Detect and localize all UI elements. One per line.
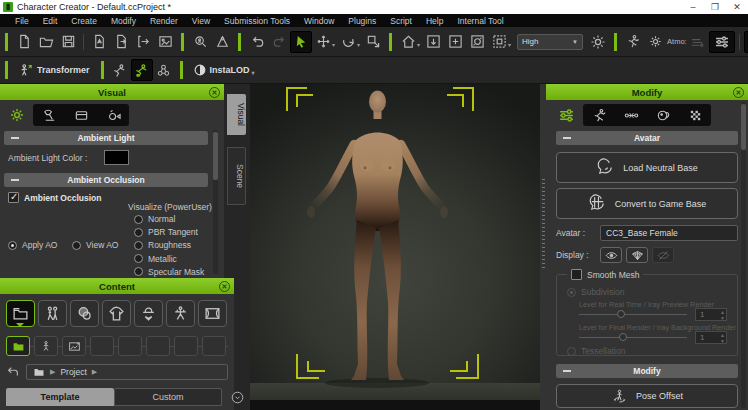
menu-script[interactable]: Script (383, 16, 419, 26)
menu-help[interactable]: Help (419, 16, 450, 26)
orbit-view-button[interactable] (466, 31, 488, 53)
texture-tab[interactable] (683, 104, 707, 126)
transformer-button[interactable]: Transformer (13, 63, 96, 77)
quality-dropdown[interactable]: High ▼ (517, 34, 583, 50)
select-tool-button[interactable] (290, 31, 312, 53)
light-tab[interactable] (37, 104, 61, 126)
visualize-radio-pbr-tangent[interactable] (134, 228, 143, 237)
show-mesh-button[interactable] (626, 247, 648, 263)
modify-panel-scrollbar[interactable] (741, 102, 746, 408)
lod-nodes-button[interactable] (153, 59, 175, 81)
maximize-button[interactable]: ❐ (704, 2, 726, 12)
frame-selection-button[interactable] (488, 31, 510, 53)
menu-window[interactable]: Window (297, 16, 341, 26)
visual-panel-close-icon[interactable]: ✕ (209, 87, 220, 98)
visualize-radio-specular-mask[interactable] (134, 267, 143, 276)
visualize-radio-roughness[interactable] (134, 241, 143, 250)
ambient-occlusion-checkbox[interactable] (8, 192, 19, 203)
load-neutral-base-button[interactable]: Load Neutral Base (556, 152, 738, 183)
content-category-cloth[interactable] (102, 300, 131, 327)
slot-empty[interactable] (202, 336, 226, 356)
pose-offset-button[interactable]: Pose Offset (556, 384, 738, 408)
render-image-button[interactable] (154, 31, 176, 53)
modify-section-header[interactable]: Modify (556, 364, 738, 378)
center-view-button[interactable] (444, 31, 466, 53)
slot-actor-pin[interactable] (34, 336, 58, 356)
camera-tab[interactable] (101, 104, 125, 126)
redo-button[interactable] (268, 31, 290, 53)
slot-empty[interactable] (146, 336, 170, 356)
avatar-name-input[interactable] (600, 225, 738, 241)
viewport-3d[interactable] (250, 84, 540, 410)
menu-modify[interactable]: Modify (104, 16, 143, 26)
antenna-button[interactable] (744, 31, 748, 53)
content-category-project[interactable] (6, 300, 35, 327)
instalod-button[interactable]: InstaLOD ▾ (188, 64, 263, 76)
calibrate-pose-button[interactable] (211, 31, 233, 53)
shadow-tab[interactable] (69, 104, 93, 126)
content-panel-close-icon[interactable]: ✕ (219, 281, 230, 292)
apply-ao-radio[interactable] (8, 241, 17, 250)
menu-internal-tool[interactable]: Internal Tool (450, 16, 510, 26)
close-button[interactable]: ✕ (726, 2, 748, 12)
new-project-button[interactable] (13, 31, 35, 53)
content-category-prop[interactable] (166, 300, 195, 327)
modify-panel-close-icon[interactable]: ✕ (733, 87, 744, 98)
undo-button[interactable] (246, 31, 268, 53)
open-project-button[interactable] (35, 31, 57, 53)
visualize-radio-normal[interactable] (134, 215, 143, 224)
menu-plugins[interactable]: Plugins (341, 16, 383, 26)
menu-submission-tools[interactable]: Submission Tools (217, 16, 297, 26)
import-file-button[interactable] (88, 31, 110, 53)
back-folder-icon[interactable] (6, 365, 20, 379)
home-view-button[interactable] (397, 31, 419, 53)
frame-selection-caret[interactable]: ▾ (508, 41, 511, 48)
visualize-radio-metallic[interactable] (134, 254, 143, 263)
slot-empty[interactable] (90, 336, 114, 356)
ambient-occlusion-section-header[interactable]: Ambient Occlusion (4, 173, 208, 187)
attribute-tab[interactable] (554, 104, 578, 126)
lighting-button[interactable] (587, 31, 609, 53)
menu-create[interactable]: Create (64, 16, 104, 26)
ambient-light-color-swatch[interactable] (104, 150, 129, 165)
slot-folder[interactable] (6, 336, 30, 356)
view-ao-radio[interactable] (72, 241, 81, 250)
ambient-light-section-header[interactable]: Ambient Light (4, 131, 208, 145)
move-tool-button[interactable] (312, 31, 334, 53)
pose-mode-button[interactable] (131, 59, 153, 81)
scale-tool-button[interactable] (362, 31, 384, 53)
fit-view-button[interactable] (422, 31, 444, 53)
slot-image[interactable] (62, 336, 86, 356)
export-file-button[interactable] (110, 31, 132, 53)
morph-tab[interactable] (651, 104, 675, 126)
expand-circle-icon[interactable] (231, 391, 244, 404)
export-model-button[interactable] (132, 31, 154, 53)
rotate-tool-caret[interactable]: ▾ (357, 41, 360, 48)
render-settings-tab[interactable] (5, 104, 29, 126)
content-category-stage[interactable] (198, 300, 227, 327)
slot-empty[interactable] (118, 336, 142, 356)
minimize-button[interactable]: – (682, 2, 704, 12)
side-tab-visual[interactable]: Visual (227, 94, 246, 135)
bone-tab[interactable] (619, 104, 643, 126)
slot-empty[interactable] (174, 336, 198, 356)
move-tool-caret[interactable]: ▾ (332, 41, 335, 48)
atmosphere-gear-icon[interactable] (644, 31, 666, 53)
content-category-material[interactable] (70, 300, 99, 327)
side-tab-scene[interactable]: Scene (227, 147, 246, 205)
rotate-tool-button[interactable] (337, 31, 359, 53)
menu-view[interactable]: View (185, 16, 217, 26)
render-settings-toggle[interactable] (709, 31, 735, 53)
breadcrumb-root[interactable]: Project (60, 367, 86, 377)
avatar-section-header[interactable]: Avatar (556, 131, 738, 145)
motion-tab[interactable] (587, 104, 611, 126)
menu-file[interactable]: File (8, 16, 36, 26)
convert-to-game-base-button[interactable]: Convert to Game Base (556, 188, 738, 219)
menu-render[interactable]: Render (143, 16, 185, 26)
breadcrumb[interactable]: ▶ Project ▶ (26, 364, 228, 380)
edit-pose-button[interactable] (109, 59, 131, 81)
menu-edit[interactable]: Edit (36, 16, 65, 26)
show-eye-button[interactable] (600, 247, 622, 263)
tab-custom[interactable]: Custom (114, 388, 222, 406)
smooth-mesh-checkbox[interactable] (571, 269, 582, 280)
